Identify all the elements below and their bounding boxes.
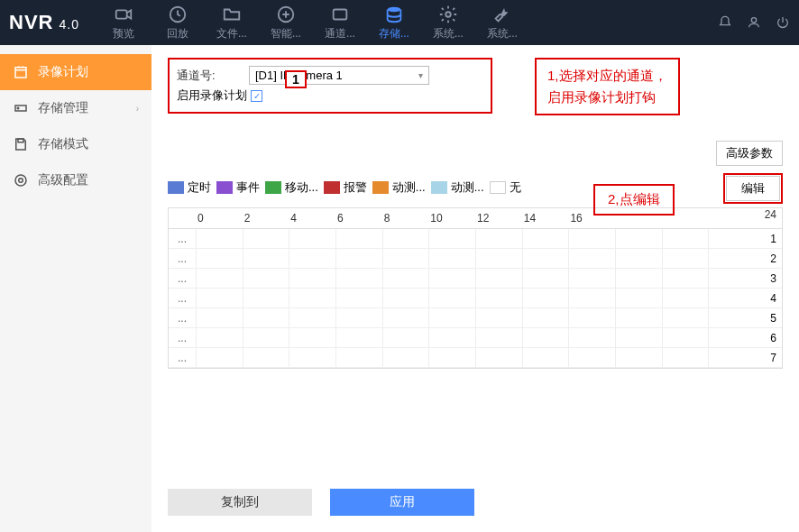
schedule-row[interactable]: ...3	[169, 269, 782, 289]
schedule-section: 高级参数 定时 事件 移动... 报警 动测... 动测... 无 2 编辑	[168, 141, 783, 369]
footer-buttons: 复制到 应用	[168, 489, 474, 516]
folder-icon	[222, 5, 242, 24]
row-cells[interactable]	[196, 229, 755, 248]
nav-playback[interactable]: 回放	[152, 1, 204, 44]
row-cells[interactable]	[196, 289, 755, 307]
svg-point-4	[388, 6, 401, 12]
legend-alarm[interactable]: 报警	[324, 179, 367, 196]
nav-preview[interactable]: 预览	[97, 1, 150, 44]
logo: NVR 4.0	[9, 11, 79, 34]
gear-icon	[438, 5, 458, 24]
nav-system1[interactable]: 系统...	[422, 1, 474, 44]
row-cells[interactable]	[196, 348, 755, 367]
save-icon	[13, 136, 29, 152]
hour-label: 6	[335, 212, 382, 225]
camera-icon	[114, 5, 133, 24]
side-storage-mgmt[interactable]: 存储管理 ›	[0, 90, 152, 126]
corner-cell	[169, 208, 196, 228]
day-label: 2	[755, 252, 782, 265]
schedule-row[interactable]: ...7	[169, 348, 782, 368]
day-label: 1	[755, 233, 782, 245]
legend-none[interactable]: 无	[490, 179, 521, 196]
user-icon[interactable]	[747, 15, 761, 30]
enable-row: 启用录像计划 ✓	[177, 87, 483, 104]
nav-system2[interactable]: 系统...	[476, 1, 528, 44]
advanced-params-button[interactable]: 高级参数	[716, 141, 783, 166]
edit-button[interactable]: 编辑	[726, 176, 780, 201]
schedule-row[interactable]: ...4	[169, 289, 782, 308]
channel-select[interactable]: [D1] IPCamera 1 ▾	[249, 66, 429, 85]
hour-label: 8	[382, 212, 429, 225]
svg-point-9	[17, 107, 19, 109]
enable-label: 启用录像计划	[177, 87, 247, 104]
side-label: 存储管理	[38, 100, 88, 116]
sidebar: 录像计划 存储管理 › 存储模式 高级配置	[0, 45, 152, 532]
annotation-box-2: 2,点编辑	[593, 184, 675, 216]
legend-label: 报警	[344, 179, 367, 196]
edit-button-highlight: 编辑	[723, 173, 783, 204]
logo-text: NVR	[9, 11, 53, 34]
hour-label-24: 24	[755, 208, 782, 228]
nav-storage[interactable]: 存储...	[368, 1, 420, 44]
apply-button[interactable]: 应用	[330, 489, 474, 516]
copy-to-button[interactable]: 复制到	[168, 489, 312, 516]
svg-point-6	[751, 18, 756, 23]
dropdown-icon: ▾	[418, 70, 423, 80]
legend-label: 无	[510, 179, 521, 196]
hour-label: 14	[522, 212, 569, 225]
schedule-row[interactable]: ...2	[169, 249, 782, 269]
nav-label: 系统...	[433, 26, 464, 41]
nav-label: 系统...	[487, 26, 518, 41]
legend-motion-det1[interactable]: 动测...	[372, 179, 426, 196]
svg-rect-3	[334, 9, 347, 19]
side-record-plan[interactable]: 录像计划	[0, 54, 152, 90]
channel-row: 通道号: [D1] IPCamera 1 ▾	[177, 66, 483, 85]
legend-label: 动测...	[451, 179, 484, 196]
side-storage-mode[interactable]: 存储模式	[0, 126, 152, 162]
swatch	[265, 181, 281, 194]
side-advanced[interactable]: 高级配置	[0, 162, 152, 198]
row-cells[interactable]	[196, 249, 755, 268]
bell-icon[interactable]	[718, 15, 732, 30]
swatch	[168, 181, 184, 194]
channel-label: 通道号:	[177, 68, 249, 84]
swatch	[216, 181, 233, 194]
disk-icon	[13, 100, 29, 116]
schedule-row[interactable]: ...1	[169, 229, 782, 249]
enable-checkbox[interactable]: ✓	[251, 90, 262, 102]
legend-label: 动测...	[392, 179, 426, 196]
hour-label: 0	[196, 212, 243, 225]
annotation-text: 启用录像计划打钩	[547, 87, 667, 108]
playback-icon	[168, 5, 188, 24]
row-dots: ...	[169, 312, 196, 325]
legend: 定时 事件 移动... 报警 动测... 动测... 无 2 编辑	[168, 171, 783, 204]
legend-label: 定时	[188, 179, 211, 196]
legend-motion-det2[interactable]: 动测...	[431, 179, 484, 196]
legend-scheduled[interactable]: 定时	[168, 179, 211, 196]
schedule-row[interactable]: ...5	[169, 308, 782, 328]
schedule-row[interactable]: ...6	[169, 328, 782, 348]
gear-icon	[13, 172, 29, 188]
nav-channel[interactable]: 通道...	[314, 1, 366, 44]
topbar-right	[718, 15, 790, 30]
wrench-icon	[492, 5, 512, 24]
schedule-grid: 0 2 4 6 8 10 12 14 16 24 ..	[168, 207, 783, 369]
legend-label: 移动...	[285, 179, 318, 196]
legend-event[interactable]: 事件	[216, 179, 260, 196]
nav-smart[interactable]: 智能...	[260, 1, 312, 44]
power-icon[interactable]	[776, 15, 790, 30]
side-label: 录像计划	[38, 64, 88, 80]
row-cells[interactable]	[196, 308, 755, 327]
hour-label: 4	[289, 212, 335, 225]
row-cells[interactable]	[196, 328, 755, 347]
row-cells[interactable]	[196, 269, 755, 288]
legend-motion[interactable]: 移动...	[265, 179, 318, 196]
grid-header: 0 2 4 6 8 10 12 14 16 24	[169, 208, 782, 229]
row-dots: ...	[169, 292, 196, 305]
annotation-text: 1,选择对应的通道，	[547, 65, 667, 87]
nav-label: 预览	[113, 26, 134, 41]
day-label: 5	[755, 312, 782, 325]
main-content: 通道号: [D1] IPCamera 1 ▾ 启用录像计划 ✓ 1 1,选择对应…	[152, 45, 799, 532]
nav-file[interactable]: 文件...	[206, 1, 258, 44]
row-dots: ...	[169, 332, 196, 344]
